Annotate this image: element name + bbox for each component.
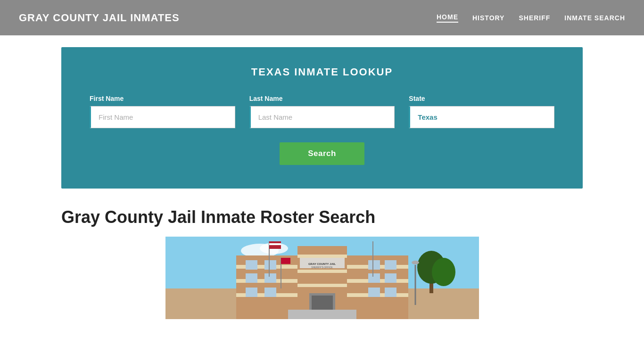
- main-nav: HOME HISTORY SHERIFF INMATE SEARCH: [437, 13, 625, 23]
- svg-rect-27: [368, 288, 380, 297]
- svg-rect-24: [385, 260, 396, 270]
- jail-image-container: GRAY COUNTY JAIL SHERIFF'S OFFICE: [165, 237, 479, 319]
- state-input[interactable]: [409, 106, 554, 128]
- search-section-title: TEXAS INMATE LOOKUP: [90, 66, 554, 78]
- inmate-lookup-section: TEXAS INMATE LOOKUP First Name Last Name…: [61, 47, 583, 189]
- site-header: GRAY COUNTY JAIL INMATES HOME HISTORY SH…: [0, 0, 644, 35]
- svg-rect-22: [264, 288, 276, 297]
- site-title: GRAY COUNTY JAIL INMATES: [19, 12, 180, 24]
- svg-rect-23: [368, 260, 380, 270]
- svg-rect-32: [269, 245, 281, 247]
- last-name-input[interactable]: [249, 106, 395, 128]
- svg-rect-21: [246, 288, 257, 297]
- first-name-group: First Name: [90, 95, 235, 128]
- svg-rect-20: [264, 273, 276, 283]
- nav-item-history[interactable]: HISTORY: [472, 14, 504, 22]
- search-button-row: Search: [90, 142, 554, 165]
- nav-item-sheriff[interactable]: SHERIFF: [519, 14, 550, 22]
- nav-item-home[interactable]: HOME: [437, 13, 458, 23]
- svg-rect-10: [297, 270, 347, 273]
- svg-rect-31: [269, 243, 281, 245]
- svg-rect-9: [297, 255, 347, 258]
- svg-rect-11: [297, 284, 347, 287]
- sub-header-strip: [0, 35, 644, 47]
- svg-rect-25: [368, 273, 380, 283]
- search-button[interactable]: Search: [280, 142, 364, 165]
- svg-rect-34: [281, 258, 290, 264]
- state-label: State: [409, 95, 554, 102]
- last-name-label: Last Name: [249, 95, 395, 102]
- nav-item-inmate-search[interactable]: INMATE SEARCH: [564, 14, 625, 22]
- svg-point-38: [432, 258, 455, 286]
- content-heading: Gray County Jail Inmate Roster Search: [61, 207, 583, 227]
- svg-rect-26: [385, 273, 396, 283]
- state-group: State: [409, 95, 554, 128]
- svg-rect-28: [385, 288, 396, 297]
- first-name-label: First Name: [90, 95, 235, 102]
- last-name-group: Last Name: [249, 95, 395, 128]
- svg-rect-17: [246, 260, 257, 270]
- svg-rect-39: [288, 310, 356, 319]
- svg-text:SHERIFF'S OFFICE: SHERIFF'S OFFICE: [311, 266, 333, 269]
- svg-text:GRAY COUNTY JAIL: GRAY COUNTY JAIL: [308, 263, 336, 265]
- jail-building-image: GRAY COUNTY JAIL SHERIFF'S OFFICE: [165, 237, 479, 319]
- svg-point-41: [412, 261, 419, 264]
- svg-rect-18: [264, 260, 276, 270]
- first-name-input[interactable]: [90, 106, 235, 128]
- svg-rect-19: [246, 273, 257, 283]
- search-form-row: First Name Last Name State: [90, 95, 554, 128]
- content-section: Gray County Jail Inmate Roster Search: [0, 189, 644, 333]
